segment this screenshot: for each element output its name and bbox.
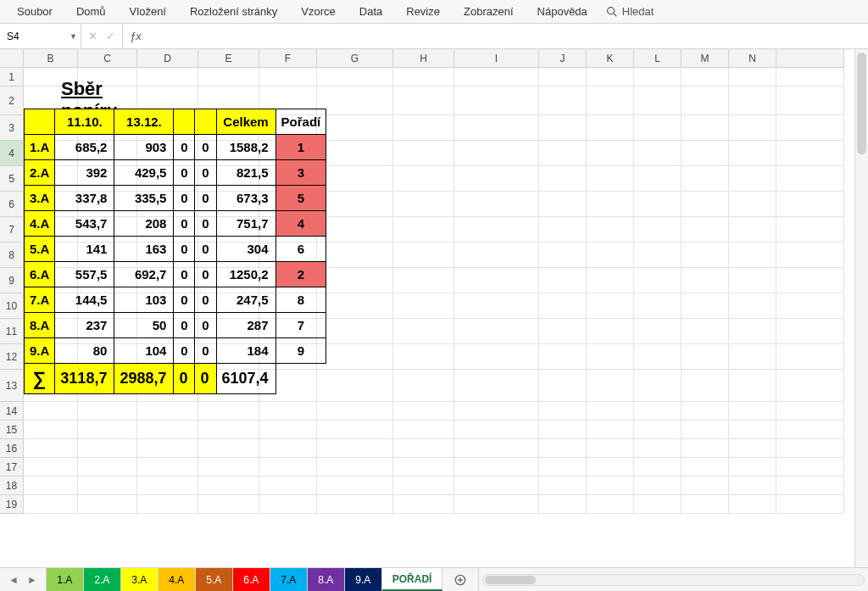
cell[interactable]	[587, 293, 634, 319]
cell[interactable]	[454, 319, 539, 344]
cell[interactable]	[393, 439, 454, 458]
cell[interactable]	[393, 344, 454, 370]
cell[interactable]	[317, 370, 393, 402]
cell[interactable]	[729, 344, 776, 370]
tell-me-search[interactable]: Hledat	[606, 5, 654, 18]
cell[interactable]	[454, 344, 539, 370]
cell[interactable]	[259, 402, 317, 421]
row-header-2[interactable]: 2	[0, 86, 24, 115]
cell[interactable]	[776, 217, 844, 243]
ribbon-tab-help[interactable]: Nápověda	[526, 0, 599, 23]
ribbon-tab-formulas[interactable]: Vzorce	[289, 0, 347, 23]
cell[interactable]	[587, 495, 634, 514]
column-header-F[interactable]: F	[259, 49, 317, 68]
cell[interactable]	[682, 68, 729, 86]
cell[interactable]	[317, 344, 393, 370]
cell[interactable]	[634, 115, 682, 141]
cell[interactable]	[454, 293, 539, 319]
cell[interactable]	[776, 458, 844, 477]
cell[interactable]	[682, 243, 729, 268]
cell[interactable]	[259, 477, 317, 495]
cell[interactable]	[393, 458, 454, 477]
cell[interactable]	[776, 344, 844, 370]
cell[interactable]	[776, 477, 844, 495]
cell[interactable]	[137, 439, 198, 458]
cell[interactable]	[776, 293, 844, 319]
cell[interactable]	[587, 217, 634, 243]
row-header-4[interactable]: 4	[0, 141, 24, 166]
cell[interactable]	[24, 402, 78, 421]
cell[interactable]	[539, 477, 587, 495]
row-header-16[interactable]: 16	[0, 439, 24, 458]
cell[interactable]	[682, 86, 729, 115]
cell[interactable]	[454, 86, 539, 115]
cell[interactable]	[393, 477, 454, 495]
ribbon-tab-file[interactable]: Soubor	[5, 0, 64, 23]
sheet-nav-next-icon[interactable]: ►	[27, 574, 37, 586]
cell[interactable]	[198, 458, 259, 477]
row-header-3[interactable]: 3	[0, 115, 24, 141]
sheet-tab-5-A[interactable]: 5.A	[196, 568, 233, 591]
column-header-E[interactable]: E	[198, 49, 259, 68]
cell[interactable]	[539, 68, 587, 86]
cell[interactable]	[634, 293, 682, 319]
horizontal-scrollbar[interactable]	[482, 574, 865, 586]
column-header-M[interactable]: M	[682, 49, 729, 68]
cell[interactable]	[539, 344, 587, 370]
cell[interactable]	[317, 166, 393, 192]
cell[interactable]	[393, 192, 454, 217]
ribbon-tab-home[interactable]: Domů	[64, 0, 118, 23]
cell[interactable]	[259, 68, 317, 86]
cell[interactable]	[634, 166, 682, 192]
cell[interactable]	[634, 458, 682, 477]
cell[interactable]	[393, 86, 454, 115]
row-header-7[interactable]: 7	[0, 217, 24, 243]
row-header-8[interactable]: 8	[0, 243, 24, 268]
cell[interactable]	[454, 402, 539, 421]
cell[interactable]	[454, 495, 539, 514]
cell[interactable]	[317, 268, 393, 293]
row-header-15[interactable]: 15	[0, 421, 24, 439]
cell[interactable]	[317, 495, 393, 514]
cell[interactable]	[539, 439, 587, 458]
cell[interactable]	[634, 319, 682, 344]
cell[interactable]	[729, 268, 776, 293]
cell[interactable]	[682, 344, 729, 370]
cell[interactable]	[587, 319, 634, 344]
cell[interactable]	[634, 370, 682, 402]
row-header-12[interactable]: 12	[0, 344, 24, 370]
cell[interactable]	[776, 243, 844, 268]
cell[interactable]	[729, 217, 776, 243]
cell[interactable]	[587, 421, 634, 439]
cell[interactable]	[776, 402, 844, 421]
cell[interactable]	[634, 68, 682, 86]
cell[interactable]	[454, 115, 539, 141]
cell[interactable]	[317, 217, 393, 243]
cell[interactable]	[682, 141, 729, 166]
cell[interactable]	[776, 115, 844, 141]
cell[interactable]	[317, 243, 393, 268]
cell[interactable]	[634, 439, 682, 458]
cell[interactable]	[137, 458, 198, 477]
cell[interactable]	[634, 421, 682, 439]
cell[interactable]	[587, 68, 634, 86]
cell[interactable]	[454, 421, 539, 439]
cell[interactable]	[454, 166, 539, 192]
sheet-tab-2-A[interactable]: 2.A	[84, 568, 121, 591]
cell[interactable]	[729, 293, 776, 319]
sheet-nav-prev-icon[interactable]: ◄	[8, 574, 19, 586]
cell[interactable]	[587, 402, 634, 421]
vscroll-thumb[interactable]	[857, 53, 866, 154]
cell[interactable]	[393, 68, 454, 86]
cell[interactable]	[539, 192, 587, 217]
cell[interactable]	[729, 495, 776, 514]
cell[interactable]	[393, 217, 454, 243]
cell[interactable]	[454, 192, 539, 217]
cell[interactable]	[317, 141, 393, 166]
cell[interactable]	[454, 477, 539, 495]
row-header-1[interactable]: 1	[0, 68, 24, 86]
cell[interactable]	[454, 243, 539, 268]
cell[interactable]	[729, 192, 776, 217]
cell[interactable]	[78, 495, 137, 514]
cell[interactable]	[729, 458, 776, 477]
